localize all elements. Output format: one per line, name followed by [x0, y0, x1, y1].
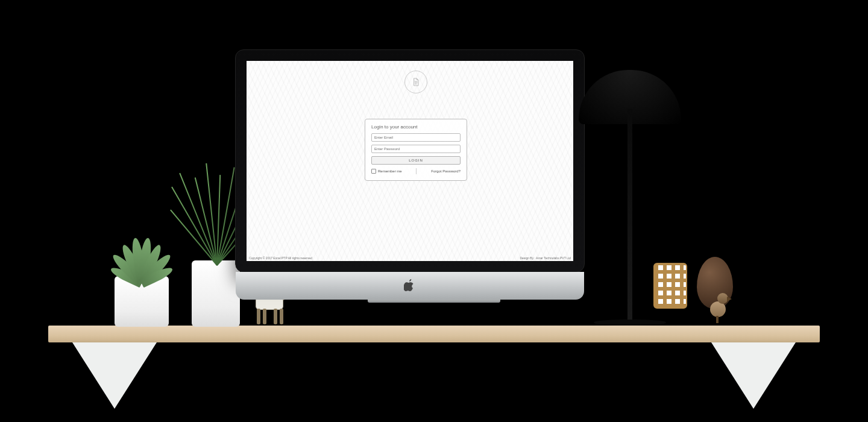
screen: Login to your account LOGIN Remember me … [247, 61, 573, 261]
monitor: Login to your account LOGIN Remember me … [235, 49, 585, 272]
bird-figurine [706, 293, 731, 321]
remember-me-label[interactable]: Remember me [371, 169, 402, 174]
login-title: Login to your account [371, 124, 461, 130]
email-input[interactable] [371, 133, 461, 142]
password-input[interactable] [371, 145, 461, 153]
desk [48, 326, 820, 342]
remember-me-text: Remember me [378, 169, 402, 173]
footer-credit: Design By : Amar Technolabs PVT Ltd [520, 256, 571, 260]
separator [416, 168, 417, 174]
forgot-password-link[interactable]: Forgot Password? [431, 169, 461, 173]
lamp-base [594, 320, 666, 326]
footer-copyright: Copyright © 2017 Excel PTP All rights re… [249, 256, 312, 260]
lamp-stem [627, 109, 632, 323]
patterned-cup [653, 263, 687, 309]
login-card: Login to your account LOGIN Remember me … [365, 119, 467, 181]
apple-logo-icon [404, 279, 416, 291]
login-button[interactable]: LOGIN [371, 156, 461, 165]
succulent-plant [102, 229, 181, 283]
monitor-chin [236, 272, 584, 300]
plant-pot-right [192, 260, 240, 327]
document-icon [404, 71, 427, 93]
remember-me-checkbox[interactable] [371, 169, 376, 174]
